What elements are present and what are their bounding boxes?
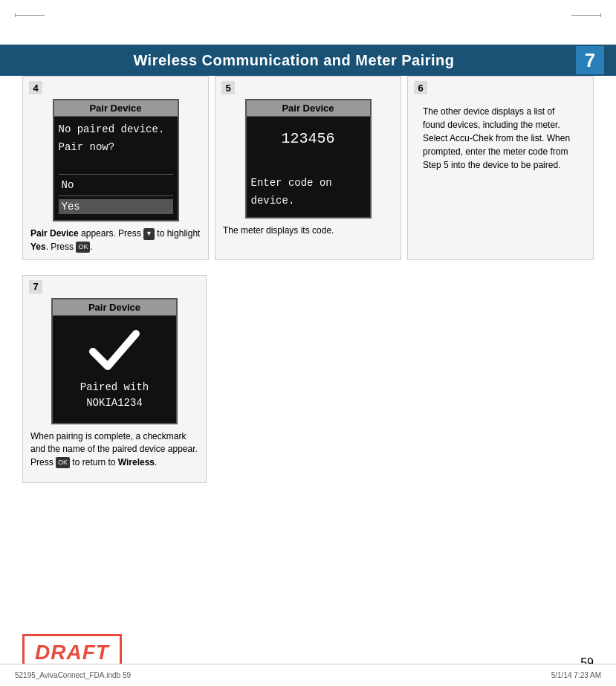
panel-6-number: 6 [414, 81, 427, 94]
panel-4-divider [59, 174, 173, 175]
crop-mark-right-tick [600, 13, 601, 17]
panel-7-screen-title: Pair Device [53, 300, 176, 316]
panel-7-number: 7 [29, 280, 42, 294]
panel-6-text: The other device displays a list of foun… [414, 82, 587, 178]
footer-right-text: 5/1/14 7:23 AM [551, 671, 601, 679]
panel-4-desc: Pair Device appears. Press ▼ to highligh… [29, 227, 202, 253]
panel-7-paired-text-line2: NOKIA1234 [86, 395, 143, 411]
down-arrow-icon: ▼ [143, 228, 155, 239]
panel-5-number: 5 [221, 81, 235, 94]
footer-left-text: 52195_AvivaConnect_FDA.indb 59 [15, 671, 131, 679]
panel-6: 6 The other device displays a list of fo… [407, 76, 594, 260]
panel-4-number: 4 [29, 81, 42, 94]
ok-icon: OK [76, 242, 90, 253]
footer-bar: 52195_AvivaConnect_FDA.indb 59 5/1/14 7:… [0, 664, 616, 686]
panel-4-option-yes: Yes [59, 199, 173, 214]
panel-4-screen-title: Pair Device [54, 100, 178, 117]
panel-5-screen-title: Pair Device [247, 100, 370, 117]
panel-4-screen: Pair Device No paired device. Pair now? … [53, 99, 179, 221]
panel-4: 4 Pair Device No paired device. Pair now… [22, 76, 209, 260]
panel-5-desc: The meter displays its code. [221, 224, 395, 237]
header-bar: Wireless Communication and Meter Pairing… [0, 45, 616, 76]
panels-bottom-row: 7 Pair Device Paired with NOKIA1234 When… [22, 275, 594, 483]
panel-7-screen-body: Paired with NOKIA1234 [53, 316, 176, 423]
page-title: Wireless Communication and Meter Pairing [12, 52, 576, 69]
panels-top-row: 4 Pair Device No paired device. Pair now… [22, 76, 594, 260]
panel-5-screen-body: 123456 Enter code on device. [247, 117, 370, 217]
panel-4-divider2 [59, 195, 173, 196]
panel-4-option-no: No [59, 178, 173, 192]
crop-mark-right [571, 15, 601, 16]
panel-7-paired-text-line1: Paired with [80, 380, 149, 395]
crop-mark-left [15, 15, 45, 16]
panel-7: 7 Pair Device Paired with NOKIA1234 When… [22, 275, 207, 483]
panel-7-screen: Pair Device Paired with NOKIA1234 [51, 298, 178, 424]
ok-icon-2: OK [56, 457, 70, 468]
panel-5-instruction-line1: Enter code on [251, 176, 366, 191]
draft-label: DRAFT [35, 641, 109, 664]
panel-5-screen: Pair Device 123456 Enter code on device. [245, 99, 372, 219]
panel-7-desc: When pairing is complete, a checkmark an… [29, 430, 200, 469]
checkmark-icon [88, 328, 140, 372]
panel-4-line2: Pair now? [59, 140, 173, 155]
panel-4-line1: No paired device. [59, 123, 173, 137]
content-area: 4 Pair Device No paired device. Pair now… [22, 76, 594, 641]
panel-5-code: 123456 [251, 129, 366, 149]
panel-5: 5 Pair Device 123456 Enter code on devic… [215, 76, 401, 260]
crop-mark-left-tick [15, 13, 16, 17]
chapter-number: 7 [576, 46, 604, 74]
panel-5-instruction-line2: device. [251, 194, 366, 209]
panel-4-screen-body: No paired device. Pair now? No Yes [54, 117, 178, 220]
